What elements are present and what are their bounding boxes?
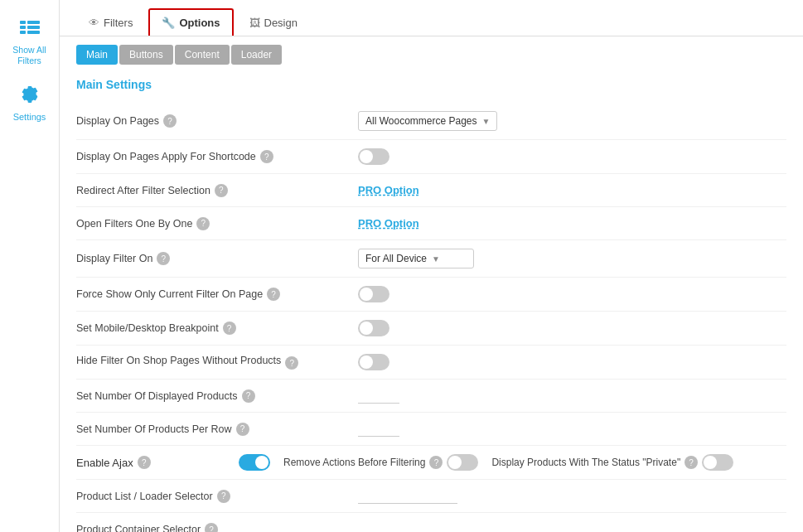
tab-options-label: Options: [179, 17, 220, 29]
gear-icon: [18, 85, 41, 109]
control-products-per-row-input: [358, 421, 786, 437]
sub-tab-loader[interactable]: Loader: [231, 45, 282, 65]
label-products-per-row: Set Number Of Products Per Row ?: [76, 423, 358, 436]
label-mobile-breakpoint: Set Mobile/Desktop Breakpoint ?: [76, 322, 358, 335]
row-product-list-loader-selector: Product List / Loader Selector ?: [76, 480, 786, 513]
dropdown-display-on-pages[interactable]: All Woocommerce Pages ▼: [358, 111, 497, 131]
label-redirect-after-filter: Redirect After Filter Selection ?: [76, 184, 358, 197]
help-icon-enable-ajax[interactable]: ?: [138, 456, 151, 469]
top-tabs: 👁 Filters 🔧 Options 🖼 Design: [60, 0, 803, 36]
label-display-on-pages-shortcode: Display On Pages Apply For Shortcode ?: [76, 150, 358, 163]
toggle-enable-ajax[interactable]: [239, 454, 270, 471]
help-icon-shortcode[interactable]: ?: [260, 150, 273, 163]
toggle-mobile-breakpoint[interactable]: [358, 320, 389, 336]
help-icon-display-filter-on[interactable]: ?: [157, 252, 170, 265]
label-display-on-pages: Display On Pages ?: [76, 114, 358, 128]
row-open-filters-one-by-one: Open Filters One By One ? PRO Option: [76, 207, 786, 240]
label-group-enable-ajax: Enable Ajax ?: [76, 456, 225, 469]
label-open-filters-one-by-one: Open Filters One By One ?: [76, 217, 358, 230]
control-force-show-toggle: [358, 286, 786, 302]
image-icon: 🖼: [249, 17, 260, 29]
sidebar-item-show-all-filters-label: Show All Filters: [12, 45, 46, 65]
sub-tab-main[interactable]: Main: [76, 45, 118, 65]
control-mobile-breakpoint-toggle: [358, 320, 786, 336]
row-display-filter-on: Display Filter On ? For All Device ▼: [76, 240, 786, 278]
label-product-container-selector: Product Container Selector ?: [76, 523, 358, 532]
label-remove-actions: Remove Actions Before Filtering: [283, 457, 425, 468]
row-products-per-row: Set Number Of Products Per Row ?: [76, 413, 786, 446]
tab-design[interactable]: 🖼 Design: [237, 9, 310, 36]
row-product-container-selector: Product Container Selector ?: [76, 513, 786, 532]
tab-filters-label: Filters: [104, 17, 133, 29]
control-product-container-input: [358, 522, 786, 533]
label-number-displayed-products: Set Number Of Displayed Products ?: [76, 389, 358, 403]
sidebar-item-settings[interactable]: Settings: [0, 75, 59, 133]
row-mobile-breakpoint: Set Mobile/Desktop Breakpoint ?: [76, 312, 786, 346]
sub-tab-buttons[interactable]: Buttons: [119, 45, 173, 65]
control-hide-filter-toggle: [358, 354, 786, 370]
row-hide-filter-shop: Hide Filter On Shop Pages Without Produc…: [76, 346, 786, 380]
row-enable-ajax: Enable Ajax ? Remove Actions Before Filt…: [76, 446, 786, 480]
row-number-displayed-products: Set Number Of Displayed Products ?: [76, 380, 786, 413]
control-redirect-pro: PRO Option: [358, 184, 786, 196]
input-product-list-loader-selector[interactable]: [358, 488, 457, 504]
sidebar: Show All Filters Settings: [0, 0, 60, 532]
sidebar-item-show-all-filters[interactable]: Show All Filters: [0, 8, 59, 75]
wrench-icon: 🔧: [162, 17, 175, 29]
help-icon-display-on-pages[interactable]: ?: [163, 114, 177, 128]
help-icon-products-per-row[interactable]: ?: [236, 423, 249, 436]
label-enable-ajax: Enable Ajax: [76, 457, 133, 469]
group-display-products-private: Display Products With The Status "Privat…: [491, 454, 733, 471]
input-number-displayed-products[interactable]: [358, 388, 399, 404]
label-product-list-loader-selector: Product List / Loader Selector ?: [76, 490, 358, 503]
tab-options[interactable]: 🔧 Options: [148, 8, 233, 36]
help-icon-force-show[interactable]: ?: [267, 288, 280, 301]
svg-rect-5: [27, 31, 40, 34]
control-number-displayed-input: [358, 388, 786, 404]
help-icon-remove-actions[interactable]: ?: [429, 456, 443, 469]
eye-icon: 👁: [89, 17, 99, 29]
toggle-remove-actions[interactable]: [447, 454, 478, 471]
pro-option-redirect[interactable]: PRO Option: [358, 184, 419, 196]
svg-rect-1: [20, 26, 26, 29]
sub-tab-content[interactable]: Content: [175, 45, 230, 65]
help-icon-display-products-private[interactable]: ?: [684, 456, 698, 469]
label-force-show-only-current: Force Show Only Current Filter On Page ?: [76, 288, 358, 301]
main-content: 👁 Filters 🔧 Options 🖼 Design Main Button…: [60, 0, 803, 532]
help-icon-mobile-breakpoint[interactable]: ?: [223, 322, 236, 335]
control-open-filters-pro: PRO Option: [358, 217, 786, 230]
help-icon-product-container[interactable]: ?: [205, 523, 218, 532]
label-hide-filter-shop: Hide Filter On Shop Pages Without Produc…: [76, 355, 358, 370]
svg-rect-3: [27, 21, 40, 24]
sidebar-item-settings-label: Settings: [13, 112, 46, 123]
help-icon-number-displayed[interactable]: ?: [242, 389, 255, 403]
input-product-container-selector[interactable]: [358, 522, 457, 533]
row-redirect-after-filter: Redirect After Filter Selection ? PRO Op…: [76, 174, 786, 207]
content-area: Main Settings Display On Pages ? All Woo…: [60, 65, 803, 532]
label-display-filter-on: Display Filter On ?: [76, 252, 358, 265]
toggle-display-products-private[interactable]: [702, 454, 733, 471]
toggle-display-on-pages-shortcode[interactable]: [358, 148, 389, 165]
tab-filters[interactable]: 👁 Filters: [76, 9, 145, 36]
help-icon-hide-filter[interactable]: ?: [285, 356, 298, 370]
help-icon-open-filters[interactable]: ?: [196, 217, 210, 230]
help-icon-product-list-loader[interactable]: ?: [217, 490, 230, 503]
label-display-products-private: Display Products With The Status "Privat…: [491, 457, 680, 468]
pro-option-open-filters[interactable]: PRO Option: [358, 217, 419, 230]
toggle-force-show[interactable]: [358, 286, 389, 302]
svg-rect-4: [27, 26, 40, 29]
svg-rect-2: [20, 31, 26, 34]
section-title: Main Settings: [76, 78, 786, 91]
control-product-list-loader-input: [358, 488, 786, 504]
list-icon: [18, 18, 41, 41]
input-products-per-row[interactable]: [358, 421, 399, 437]
row-force-show-only-current: Force Show Only Current Filter On Page ?: [76, 278, 786, 312]
tab-design-label: Design: [264, 17, 297, 29]
toggle-hide-filter[interactable]: [358, 354, 389, 370]
control-shortcode-toggle: [358, 148, 786, 165]
help-icon-redirect[interactable]: ?: [215, 184, 228, 197]
dropdown-display-filter-on[interactable]: For All Device ▼: [358, 249, 474, 268]
row-display-on-pages: Display On Pages ? All Woocommerce Pages…: [76, 103, 786, 140]
row-display-on-pages-shortcode: Display On Pages Apply For Shortcode ?: [76, 140, 786, 174]
svg-rect-0: [20, 21, 26, 24]
